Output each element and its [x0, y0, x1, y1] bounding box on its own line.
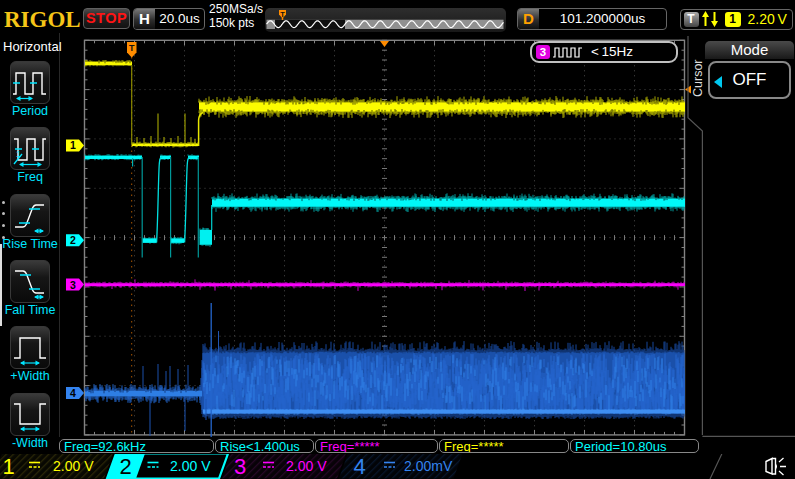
svg-text:3: 3 — [234, 454, 246, 479]
svg-text:4: 4 — [353, 454, 365, 479]
svg-text:1: 1 — [2, 454, 14, 479]
svg-text:2.00 V: 2.00 V — [286, 458, 327, 474]
svg-text:2.00 V: 2.00 V — [53, 458, 94, 474]
svg-text:2: 2 — [119, 454, 131, 479]
svg-text:2.00 V: 2.00 V — [170, 458, 211, 474]
svg-text:T: T — [280, 10, 285, 19]
svg-text:2.00mV: 2.00mV — [404, 458, 453, 474]
